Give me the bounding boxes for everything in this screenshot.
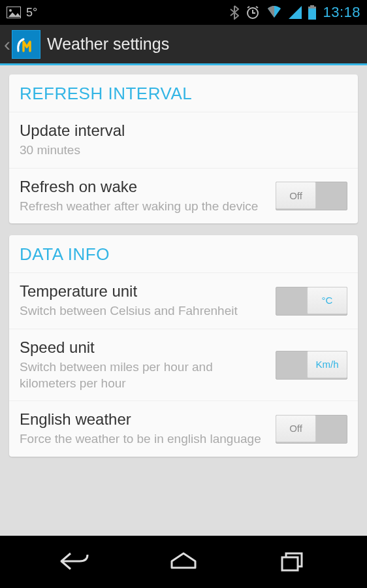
section-data-info: DATA INFO Temperature unit Switch betwee… xyxy=(9,235,358,457)
row-title: Speed unit xyxy=(20,338,269,357)
status-time: 13:18 xyxy=(323,4,360,21)
row-title: English weather xyxy=(20,410,269,429)
svg-marker-4 xyxy=(289,6,302,19)
svg-rect-6 xyxy=(308,8,316,20)
toggle-label: Off xyxy=(276,182,316,209)
section-header: REFRESH INTERVAL xyxy=(9,74,358,112)
row-refresh-on-wake[interactable]: Refresh on wake Refresh weather after wa… xyxy=(9,169,358,224)
row-update-interval[interactable]: Update interval 30 minutes xyxy=(9,112,358,169)
row-subtitle: Switch between Celsius and Fahrenheit xyxy=(20,303,269,319)
row-title: Refresh on wake xyxy=(20,178,269,196)
row-temperature-unit[interactable]: Temperature unit Switch between Celsius … xyxy=(9,273,358,329)
section-header: DATA INFO xyxy=(9,235,358,273)
signal-icon xyxy=(289,6,302,19)
section-refresh-interval: REFRESH INTERVAL Update interval 30 minu… xyxy=(9,74,358,223)
back-button[interactable]: ‹ xyxy=(4,33,10,56)
wifi-icon xyxy=(266,6,282,19)
nav-home-button[interactable] xyxy=(157,545,210,578)
svg-rect-7 xyxy=(310,5,314,7)
svg-marker-2 xyxy=(8,12,21,17)
nav-back-button[interactable] xyxy=(48,545,101,578)
row-title: Temperature unit xyxy=(20,282,269,301)
toggle-refresh-on-wake[interactable]: Off xyxy=(276,182,347,210)
toggle-temperature-unit[interactable]: °C xyxy=(276,287,347,316)
toggle-label: Off xyxy=(276,415,316,442)
nav-recent-button[interactable] xyxy=(266,545,319,578)
row-speed-unit[interactable]: Speed unit Switch between miles per hour… xyxy=(9,329,358,401)
row-subtitle: Force the weather to be in english langu… xyxy=(20,431,269,448)
toggle-label: °C xyxy=(307,287,347,314)
row-subtitle: Refresh weather after waking up the devi… xyxy=(20,199,269,215)
toggle-label: Km/h xyxy=(307,351,347,378)
status-temp: 5° xyxy=(26,6,37,20)
battery-icon xyxy=(308,5,316,20)
navigation-bar xyxy=(0,536,367,587)
status-bar: 5° 13:18 xyxy=(0,0,367,25)
picture-icon xyxy=(7,7,21,18)
row-subtitle: Switch between miles per hour and kilome… xyxy=(20,359,269,391)
row-subtitle: 30 minutes xyxy=(20,142,341,159)
toggle-speed-unit[interactable]: Km/h xyxy=(276,351,347,380)
bluetooth-icon xyxy=(230,5,239,20)
app-icon[interactable] xyxy=(12,30,40,59)
action-bar: ‹ Weather settings xyxy=(0,25,367,65)
content-area: REFRESH INTERVAL Update interval 30 minu… xyxy=(0,65,367,536)
row-title: Update interval xyxy=(20,122,341,140)
svg-point-1 xyxy=(9,9,12,12)
row-english-weather[interactable]: English weather Force the weather to be … xyxy=(9,401,358,457)
page-title: Weather settings xyxy=(47,35,169,54)
svg-rect-8 xyxy=(282,557,298,570)
toggle-english-weather[interactable]: Off xyxy=(276,415,347,444)
alarm-icon xyxy=(246,5,260,20)
